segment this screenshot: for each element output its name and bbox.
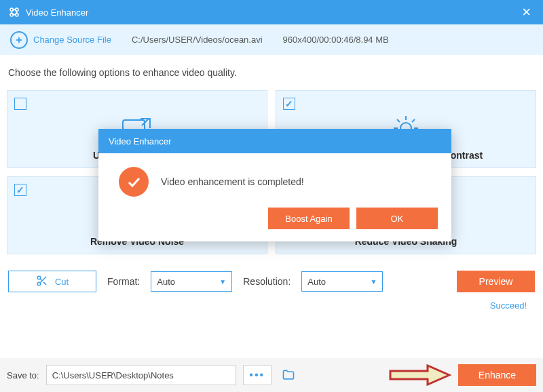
svg-line-23 bbox=[43, 281, 46, 284]
save-label: Save to: bbox=[7, 370, 39, 380]
resolution-value: Auto bbox=[307, 277, 326, 287]
modal-actions: Boost Again OK bbox=[98, 208, 451, 241]
browse-button[interactable]: ••• bbox=[243, 365, 272, 385]
controls-row: Cut Format: Auto ▼ Resolution: Auto ▼ Pr… bbox=[7, 271, 536, 292]
titlebar: Video Enhancer × bbox=[0, 0, 543, 24]
format-value: Auto bbox=[157, 277, 175, 287]
svg-point-2 bbox=[16, 8, 19, 12]
checkbox-noise[interactable] bbox=[14, 184, 26, 196]
svg-point-1 bbox=[10, 8, 14, 12]
add-source-button[interactable] bbox=[10, 31, 28, 49]
source-info: 960x400/00:00:46/8.94 MB bbox=[283, 35, 389, 45]
cut-label: Cut bbox=[55, 277, 69, 287]
format-label: Format: bbox=[107, 276, 140, 287]
svg-point-20 bbox=[37, 276, 41, 279]
chevron-down-icon: ▼ bbox=[370, 278, 377, 286]
resolution-dropdown[interactable]: Auto ▼ bbox=[301, 271, 383, 292]
app-title: Video Enhancer bbox=[26, 7, 518, 18]
svg-line-24 bbox=[40, 279, 42, 281]
preview-button[interactable]: Preview bbox=[457, 271, 535, 292]
svg-line-16 bbox=[412, 119, 415, 122]
intro-text: Choose the following options to enhance … bbox=[7, 67, 536, 78]
enhance-button[interactable]: Enhance bbox=[458, 364, 536, 386]
svg-point-21 bbox=[37, 282, 41, 286]
modal-message: Video enhancement is completed! bbox=[161, 176, 304, 187]
save-bar: Save to: C:\Users\USER\Desktop\Notes •••… bbox=[0, 358, 543, 392]
close-button[interactable]: × bbox=[518, 3, 535, 21]
svg-point-3 bbox=[10, 14, 14, 17]
source-path: C:/Users/USER/Videos/ocean.avi bbox=[132, 35, 263, 45]
check-icon bbox=[119, 167, 149, 197]
chevron-down-icon: ▼ bbox=[219, 278, 226, 286]
checkbox-upscale[interactable] bbox=[14, 98, 26, 110]
completion-modal: Video Enhancer Video enhancement is comp… bbox=[98, 129, 451, 241]
svg-line-13 bbox=[397, 119, 400, 122]
status-text: Succeed! bbox=[7, 292, 536, 311]
scissors-icon bbox=[36, 275, 48, 289]
ok-button[interactable]: OK bbox=[356, 208, 438, 229]
source-bar: Change Source File C:/Users/USER/Videos/… bbox=[0, 24, 543, 55]
cut-button[interactable]: Cut bbox=[8, 271, 96, 292]
open-folder-button[interactable] bbox=[278, 365, 299, 385]
change-source-link[interactable]: Change Source File bbox=[33, 35, 111, 45]
modal-title: Video Enhancer bbox=[109, 136, 171, 146]
format-dropdown[interactable]: Auto ▼ bbox=[151, 271, 232, 292]
arrow-annotation bbox=[387, 363, 451, 387]
svg-point-4 bbox=[16, 14, 19, 17]
save-path-input[interactable]: C:\Users\USER\Desktop\Notes bbox=[46, 365, 236, 385]
modal-header: Video Enhancer bbox=[98, 129, 451, 153]
resolution-label: Resolution: bbox=[243, 276, 291, 287]
checkbox-brightness[interactable] bbox=[283, 98, 295, 110]
app-icon bbox=[8, 6, 20, 18]
modal-body: Video enhancement is completed! bbox=[98, 153, 451, 208]
boost-again-button[interactable]: Boost Again bbox=[268, 208, 350, 229]
